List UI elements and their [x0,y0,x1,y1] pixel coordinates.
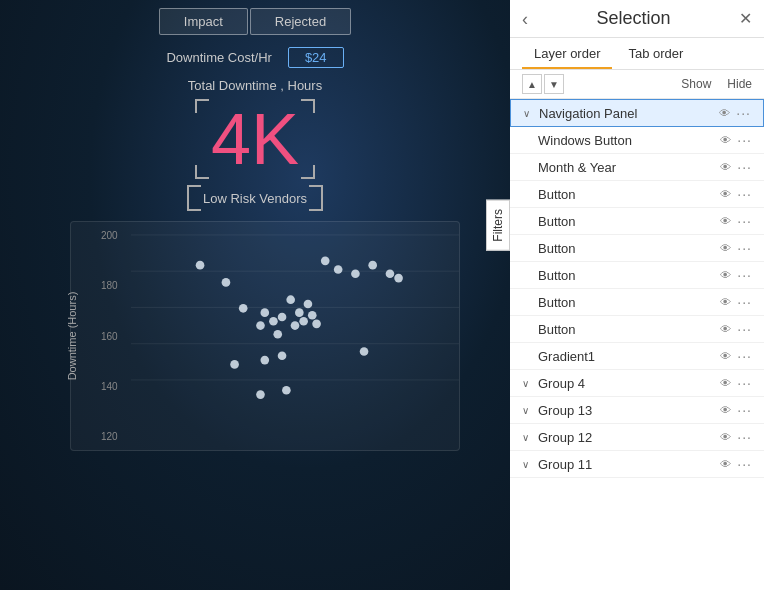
tick-160: 160 [101,331,118,342]
sort-down-button[interactable]: ▼ [544,74,564,94]
svg-point-13 [286,295,295,304]
layer-name: Group 13 [538,403,720,418]
svg-point-6 [222,278,231,287]
tick-180: 180 [101,280,118,291]
eye-icon[interactable]: 👁 [720,323,731,335]
tab-impact[interactable]: Impact [159,8,248,35]
cost-label: Downtime Cost/Hr [166,50,271,65]
eye-icon[interactable]: 👁 [720,134,731,146]
svg-point-17 [304,300,313,309]
layer-name: Button [538,295,720,310]
tab-rejected[interactable]: Rejected [250,8,351,35]
more-options-icon[interactable]: ··· [737,294,752,310]
vendor-block: Low Risk Vendors [187,185,323,211]
more-options-icon[interactable]: ··· [737,159,752,175]
more-options-icon[interactable]: ··· [737,429,752,445]
layer-item[interactable]: Button👁··· [510,208,764,235]
collapse-button[interactable]: ‹ [522,10,528,28]
layer-item[interactable]: ∨Group 12👁··· [510,424,764,451]
big-number: 4K [211,99,299,179]
eye-icon[interactable]: 👁 [720,215,731,227]
layer-item[interactable]: ∨Navigation Panel👁··· [510,99,764,127]
cost-row: Downtime Cost/Hr $24 [0,47,510,68]
y-axis-label: Downtime (Hours) [66,292,78,381]
layer-item[interactable]: Button👁··· [510,181,764,208]
layer-list: ∨Navigation Panel👁···Windows Button👁···M… [510,99,764,590]
layer-item[interactable]: Button👁··· [510,262,764,289]
eye-icon[interactable]: 👁 [720,350,731,362]
show-label: Show [681,77,711,91]
layer-item[interactable]: Button👁··· [510,316,764,343]
svg-point-14 [291,321,300,330]
more-options-icon[interactable]: ··· [737,348,752,364]
eye-icon[interactable]: 👁 [720,161,731,173]
right-panel: ‹ Selection ✕ Layer order Tab order ▲ ▼ … [510,0,764,590]
svg-point-8 [256,321,265,330]
sort-arrows: ▲ ▼ [522,74,564,94]
svg-point-27 [278,351,287,360]
tab-tab-order[interactable]: Tab order [616,38,695,69]
more-options-icon[interactable]: ··· [737,186,752,202]
svg-point-7 [239,304,248,313]
layer-item[interactable]: ∨Group 11👁··· [510,451,764,478]
layer-name: Group 12 [538,430,720,445]
eye-icon[interactable]: 👁 [719,107,730,119]
svg-point-21 [334,265,343,274]
layer-item[interactable]: Month & Year👁··· [510,154,764,181]
vendor-label: Low Risk Vendors [203,191,307,206]
layer-item[interactable]: Windows Button👁··· [510,127,764,154]
eye-icon[interactable]: 👁 [720,188,731,200]
tick-120: 120 [101,431,118,442]
more-options-icon[interactable]: ··· [737,267,752,283]
layer-name: Group 11 [538,457,720,472]
more-options-icon[interactable]: ··· [737,240,752,256]
big-number-block: 4K [195,99,315,179]
sort-up-button[interactable]: ▲ [522,74,542,94]
layer-name: Gradient1 [538,349,720,364]
layer-item[interactable]: Gradient1👁··· [510,343,764,370]
sort-row: ▲ ▼ Show Hide [510,70,764,99]
more-options-icon[interactable]: ··· [737,321,752,337]
tick-140: 140 [101,381,118,392]
layer-chevron-icon: ∨ [522,432,534,443]
eye-icon[interactable]: 👁 [720,404,731,416]
eye-icon[interactable]: 👁 [720,458,731,470]
cost-value: $24 [288,47,344,68]
more-options-icon[interactable]: ··· [736,105,751,121]
filters-tab[interactable]: Filters [486,200,510,251]
svg-point-19 [312,320,321,329]
layer-item[interactable]: Button👁··· [510,289,764,316]
eye-icon[interactable]: 👁 [720,242,731,254]
layer-name: Windows Button [538,133,720,148]
show-hide-labels: Show Hide [681,77,752,91]
layer-name: Button [538,268,720,283]
top-tabs: Impact Rejected [0,0,510,43]
eye-icon[interactable]: 👁 [720,431,731,443]
eye-icon[interactable]: 👁 [720,377,731,389]
svg-point-31 [282,386,291,395]
layer-name: Month & Year [538,160,720,175]
svg-point-26 [260,356,269,365]
eye-icon[interactable]: 👁 [720,269,731,281]
hide-label: Hide [727,77,752,91]
layer-chevron-icon: ∨ [522,378,534,389]
more-options-icon[interactable]: ··· [737,213,752,229]
svg-point-30 [256,390,265,399]
close-button[interactable]: ✕ [739,9,752,28]
layer-name: Button [538,187,720,202]
layer-chevron-icon: ∨ [523,108,535,119]
layer-item[interactable]: ∨Group 4👁··· [510,370,764,397]
layer-item[interactable]: ∨Group 13👁··· [510,397,764,424]
layer-item[interactable]: Button👁··· [510,235,764,262]
panel-header: ‹ Selection ✕ [510,0,764,38]
svg-point-24 [386,269,395,278]
more-options-icon[interactable]: ··· [737,375,752,391]
more-options-icon[interactable]: ··· [737,456,752,472]
svg-point-16 [299,317,308,326]
layer-name: Group 4 [538,376,720,391]
more-options-icon[interactable]: ··· [737,402,752,418]
tab-layer-order[interactable]: Layer order [522,38,612,69]
svg-point-10 [269,317,278,326]
more-options-icon[interactable]: ··· [737,132,752,148]
eye-icon[interactable]: 👁 [720,296,731,308]
